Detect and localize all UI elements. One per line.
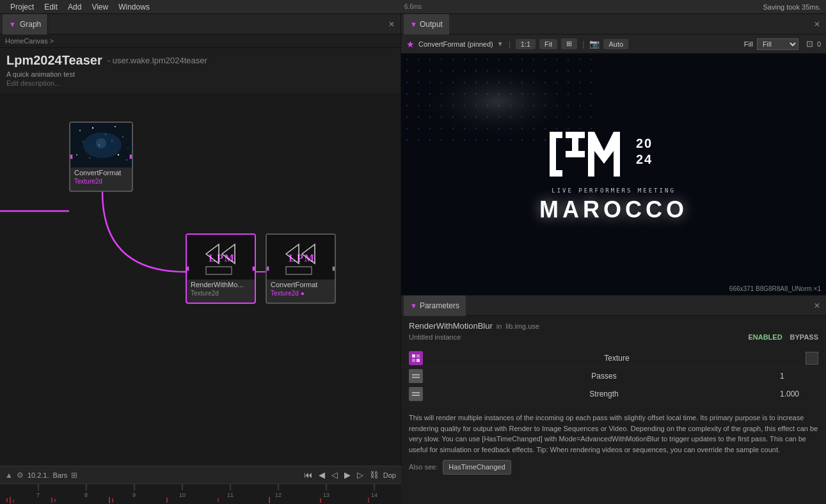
lpm-thumbnail-convert: LPM: [267, 235, 335, 280]
svg-point-1: [79, 130, 81, 131]
output-tab[interactable]: ▼ Output: [404, 14, 449, 35]
params-instance-label: Untitled instance: [409, 333, 461, 341]
output-tab-icon: ▼: [410, 20, 417, 28]
grid-button[interactable]: ⊞: [561, 38, 577, 49]
svg-text:2: 2: [636, 136, 643, 150]
caret-up-icon[interactable]: ▲: [5, 471, 13, 480]
svg-text:13: 13: [323, 492, 330, 498]
btn-play[interactable]: ▶: [343, 470, 352, 480]
node-convertformat-top[interactable]: ConvertFormat Texture2d: [69, 122, 133, 192]
auto-button[interactable]: Auto: [603, 39, 628, 49]
param-row-passes[interactable]: Passes 1: [401, 367, 826, 385]
param-row-texture[interactable]: Texture: [401, 349, 826, 367]
svg-point-11: [89, 157, 90, 159]
svg-rect-66: [412, 354, 415, 358]
menu-windows[interactable]: Windows: [113, 0, 155, 14]
svg-marker-61: [588, 132, 620, 177]
graph-tab-icon: ▼: [9, 20, 16, 28]
btn-prev[interactable]: ◀: [317, 470, 326, 480]
svg-text:7: 7: [36, 492, 40, 498]
svg-text:2: 2: [636, 152, 643, 166]
param-value-texture[interactable]: [806, 352, 818, 365]
node-port-right-convert[interactable]: [332, 266, 336, 271]
output-image-info: 666x371 B8G8R8A8_UNorm ×1: [729, 285, 821, 292]
graph-subtitle-user: user.wake.lpm2024teaser: [113, 56, 207, 65]
params-enabled-button[interactable]: ENABLED: [748, 333, 782, 341]
node-sublabel-renderwithmo: Texture2d: [187, 290, 255, 298]
output-panel: ▼ Output ✕ ★ ConvertFormat (pinned) ▼ | …: [401, 14, 826, 295]
timeline-dop[interactable]: Dop: [383, 471, 396, 479]
fit-button[interactable]: Fit: [539, 39, 557, 49]
svg-text:8: 8: [84, 492, 88, 498]
star-thumbnail: [70, 123, 132, 168]
menu-add[interactable]: Add: [63, 0, 86, 14]
lpm-performers-text: LIVE PERFORMERS MEETING: [539, 187, 688, 194]
param-value-passes[interactable]: 1: [780, 372, 818, 381]
param-name-texture: Texture: [428, 354, 806, 363]
node-port-right[interactable]: [129, 154, 133, 159]
param-icon-texture: [409, 351, 423, 365]
pinned-dropdown-icon[interactable]: ▼: [497, 40, 504, 47]
node-port-left-convert[interactable]: [266, 266, 269, 271]
lpm-marocco-text: MAROCCO: [539, 196, 688, 223]
btn-step-fwd[interactable]: ▷: [356, 470, 365, 480]
right-panel: ▼ Output ✕ ★ ConvertFormat (pinned) ▼ | …: [401, 14, 826, 504]
also-see-label: Also see:: [409, 462, 438, 473]
graph-tab-bar: ▼ Graph ✕: [0, 14, 401, 35]
timeline-waveform: 7 8 9 10 11 12 13 14: [0, 484, 401, 504]
btn-link[interactable]: ⛓: [369, 470, 379, 480]
output-close-button[interactable]: ✕: [811, 18, 823, 31]
btn-prev-start[interactable]: ⏮: [303, 470, 314, 480]
param-name-passes: Passes: [428, 372, 780, 381]
param-value-strength[interactable]: 1.000: [780, 390, 818, 398]
graph-edit-description[interactable]: Edit description...: [6, 79, 394, 87]
grid-icon[interactable]: ⊞: [71, 471, 77, 480]
node-renderwithmo[interactable]: LPM RenderWithMo... Texture2d: [186, 233, 256, 304]
graph-tab-label: Graph: [20, 20, 41, 29]
params-close-button[interactable]: ✕: [811, 299, 823, 312]
svg-rect-45: [13, 500, 14, 503]
fill-select[interactable]: Fill Fit Stretch: [757, 38, 798, 50]
camera-icon: 📷: [589, 39, 600, 49]
output-canvas[interactable]: 2 0 2 4 LIVE PERFORMERS MEETING MAROCCO …: [401, 54, 826, 295]
svg-rect-51: [218, 498, 219, 502]
settings-icon[interactable]: ⚙: [17, 471, 24, 480]
svg-text:9: 9: [132, 492, 136, 498]
main-container: ▼ Graph ✕ HomeCanvas > Lpm2024Teaser - u…: [0, 14, 826, 504]
menu-edit[interactable]: Edit: [39, 0, 63, 14]
svg-rect-69: [417, 359, 420, 362]
timeline-mode: Bars: [53, 471, 68, 479]
params-description-text: This will render multiple instances of t…: [409, 414, 818, 453]
node-port-left[interactable]: [69, 154, 73, 159]
params-tab-bar: ▼ Parameters ✕: [401, 295, 826, 316]
node-port-left-render[interactable]: [186, 266, 189, 271]
svg-text:10: 10: [179, 492, 186, 498]
lpm-center-content: 2 0 2 4 LIVE PERFORMERS MEETING MAROCCO: [539, 125, 688, 223]
params-tab[interactable]: ▼ Parameters: [404, 295, 466, 316]
output-tab-bar: ▼ Output ✕: [401, 14, 826, 35]
sep1: |: [509, 40, 511, 49]
param-name-strength: Strength: [428, 390, 780, 398]
layers-icon[interactable]: ⊡: [806, 39, 813, 49]
timeline-ruler[interactable]: 7 8 9 10 11 12 13 14: [0, 484, 401, 504]
node-port-right-render[interactable]: [252, 266, 256, 271]
menu-project[interactable]: Project: [5, 0, 39, 14]
btn-step-back[interactable]: ◁: [330, 470, 339, 480]
also-see-tag-0[interactable]: HasTimeChanged: [443, 460, 511, 475]
graph-tab[interactable]: ▼ Graph: [3, 14, 48, 35]
svg-rect-68: [412, 359, 415, 362]
node-label-convertformat-top: ConvertFormat: [70, 168, 132, 178]
pinned-node-name[interactable]: ConvertFormat (pinned): [418, 40, 493, 48]
node-convertformat-bottom[interactable]: LPM ConvertFormat Texture2d ●: [266, 233, 336, 304]
graph-title-area: Lpm2024Teaser - user.wake.lpm2024teaser …: [0, 48, 401, 93]
ratio-button[interactable]: 1:1: [516, 39, 536, 49]
graph-close-button[interactable]: ✕: [385, 18, 398, 31]
graph-title: Lpm2024Teaser - user.wake.lpm2024teaser: [6, 53, 394, 68]
svg-point-10: [76, 154, 77, 155]
lpm-logo-svg: 2 0 2 4: [543, 125, 684, 183]
graph-canvas[interactable]: ConvertFormat Texture2d LPM: [0, 93, 401, 504]
param-row-strength[interactable]: Strength 1.000: [401, 385, 826, 403]
menu-view[interactable]: View: [86, 0, 113, 14]
fill-label: Fill: [744, 40, 753, 48]
params-bypass-button[interactable]: BYPASS: [790, 333, 818, 341]
